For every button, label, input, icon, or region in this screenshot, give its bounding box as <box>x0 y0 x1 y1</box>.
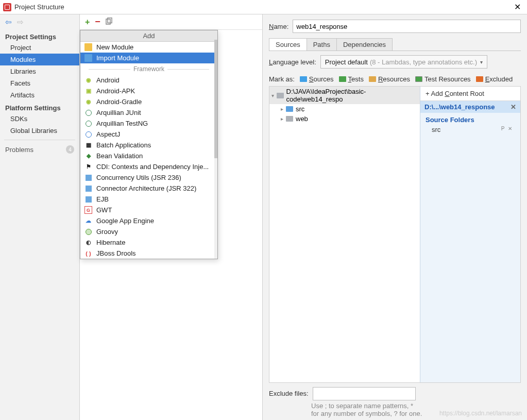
popup-item-android[interactable]: ◉Android <box>80 75 217 86</box>
android-icon: ◉ <box>84 98 92 106</box>
sidebar-item-libraries[interactable]: Libraries <box>0 65 79 77</box>
popup-title: Add <box>80 30 217 42</box>
sidebar-item-problems[interactable]: Problems 4 <box>0 143 79 156</box>
close-icon[interactable]: ✕ <box>511 2 524 12</box>
sidebar-item-facets[interactable]: Facets <box>0 77 79 89</box>
popup-item-arquillian-junit[interactable]: Arquillian JUnit <box>80 107 217 118</box>
import-icon <box>84 54 92 62</box>
popup-item-cdi[interactable]: ⚑CDI: Contexts and Dependency Inje... <box>80 161 217 172</box>
popup-item-batch[interactable]: ▦Batch Applications <box>80 140 217 150</box>
nav-arrows: ⇦ ⇨ <box>0 14 79 30</box>
copy-icon[interactable] <box>106 18 113 26</box>
language-level-hint: (8 - Lambdas, type annotations etc.) <box>370 58 477 66</box>
folder-icon <box>415 76 422 82</box>
popup-item-bean-validation[interactable]: ◆Bean Validation <box>80 150 217 161</box>
sidebar-item-sdks[interactable]: SDKs <box>0 113 79 125</box>
popup-item-android-apk[interactable]: ▣Android-APK <box>80 86 217 96</box>
popup-scroll-thumb[interactable] <box>214 40 217 158</box>
tab-paths[interactable]: Paths <box>307 38 337 51</box>
name-label: Name: <box>269 23 288 30</box>
platform-settings-header: Platform Settings <box>0 101 79 113</box>
gae-icon: ☁ <box>84 217 92 225</box>
mark-resources[interactable]: Resources <box>369 75 410 83</box>
exclude-hint: Use ; to separate name patterns, * for a… <box>269 400 521 418</box>
sidebar-item-artifacts[interactable]: Artifacts <box>0 89 79 101</box>
tree-item-web[interactable]: ▸ web <box>269 114 420 124</box>
main: ⇦ ⇨ Project Settings Project Modules Lib… <box>0 14 527 420</box>
module-toolbar: + − <box>80 14 262 30</box>
popup-item-groovy[interactable]: Groovy <box>80 226 217 237</box>
source-folder-item[interactable]: src P ✕ <box>420 125 520 135</box>
popup-item-connector[interactable]: Connector Architecture (JSR 322) <box>80 183 217 194</box>
close-icon[interactable]: ✕ <box>511 103 516 111</box>
popup-item-new-module[interactable]: New Module <box>80 42 217 53</box>
sidebar-item-modules[interactable]: Modules <box>0 54 79 65</box>
popup-item-ejb[interactable]: EJB <box>80 194 217 205</box>
tree-root-label: D:\JAVA\IdeaProject\basic-code\web14_res… <box>286 88 418 103</box>
sidebar-item-project[interactable]: Project <box>0 42 79 54</box>
jboss-icon: ( ) <box>84 249 92 257</box>
aspectj-icon <box>86 131 92 138</box>
add-icon[interactable]: + <box>85 18 90 27</box>
folder-icon <box>300 76 307 82</box>
svg-rect-0 <box>106 19 110 24</box>
content-root[interactable]: D:\...\web14_response ✕ <box>420 101 520 113</box>
jsr-icon <box>86 175 92 181</box>
sidebar: ⇦ ⇨ Project Settings Project Modules Lib… <box>0 14 80 420</box>
mark-test-resources[interactable]: Test Resources <box>415 75 471 83</box>
mark-tests[interactable]: Tests <box>339 75 364 83</box>
tree-root[interactable]: ▾ D:\JAVA\IdeaProject\basic-code\web14_r… <box>269 87 420 104</box>
popup-item-android-gradle[interactable]: ◉Android-Gradle <box>80 96 217 107</box>
app-icon <box>3 3 11 11</box>
folder-icon <box>286 116 293 122</box>
ejb-icon <box>86 196 92 203</box>
popup-item-gae[interactable]: ☁Google App Engine <box>80 215 217 226</box>
bean-icon: ◆ <box>84 152 92 160</box>
chevron-right-icon[interactable]: ▸ <box>281 116 283 122</box>
popup-item-label: New Module <box>96 43 133 51</box>
popup-item-arquillian-testng[interactable]: Arquillian TestNG <box>80 118 217 129</box>
chevron-right-icon[interactable]: ▸ <box>281 106 283 112</box>
divider <box>4 140 75 140</box>
android-icon: ◉ <box>84 76 92 84</box>
folder-tree[interactable]: ▾ D:\JAVA\IdeaProject\basic-code\web14_r… <box>269 87 420 382</box>
project-settings-header: Project Settings <box>0 30 79 42</box>
back-arrow-icon[interactable]: ⇦ <box>5 18 12 27</box>
problems-count-badge: 4 <box>66 145 74 154</box>
add-content-root-button[interactable]: + Add Content Root <box>420 87 520 101</box>
name-input[interactable] <box>293 20 521 33</box>
module-editor: Name: Sources Paths Dependencies Languag… <box>263 14 527 420</box>
popup-item-label: Import Module <box>96 54 139 62</box>
source-folder-label: src <box>432 126 440 133</box>
mark-sources[interactable]: Sources <box>300 75 334 83</box>
sidebar-item-global-libraries[interactable]: Global Libraries <box>0 125 79 137</box>
popup-item-jboss[interactable]: ( )JBoss Drools <box>80 248 217 259</box>
android-icon: ▣ <box>84 87 92 95</box>
hibernate-icon: ◐ <box>84 239 92 246</box>
jsr-icon <box>86 186 92 192</box>
circle-icon <box>86 110 92 116</box>
chevron-down-icon: ▾ <box>480 59 483 65</box>
language-level-value: Project default <box>325 58 368 66</box>
folder-icon <box>339 76 346 82</box>
remove-icon[interactable]: − <box>95 16 100 27</box>
mark-excluded[interactable]: Excluded <box>476 75 513 83</box>
window-title: Project Structure <box>14 3 511 11</box>
popup-item-hibernate[interactable]: ◐Hibernate <box>80 237 217 248</box>
popup-item-concurrency[interactable]: Concurrency Utils (JSR 236) <box>80 172 217 183</box>
module-list-panel: + − Add New Module Import Module Framewo… <box>80 14 263 420</box>
tabs: Sources Paths Dependencies <box>269 38 521 51</box>
groovy-icon <box>86 229 92 235</box>
language-level-dropdown[interactable]: Project default (8 - Lambdas, type annot… <box>320 55 487 69</box>
popup-item-import-module[interactable]: Import Module <box>80 53 217 63</box>
tab-dependencies[interactable]: Dependencies <box>336 38 393 51</box>
exclude-files-input[interactable] <box>313 387 416 400</box>
tab-sources[interactable]: Sources <box>269 38 307 51</box>
folder-actions[interactable]: P ✕ <box>501 126 513 133</box>
popup-item-aspectj[interactable]: AspectJ <box>80 129 217 140</box>
chevron-down-icon[interactable]: ▾ <box>271 93 274 98</box>
gwt-icon: G <box>84 206 92 214</box>
tree-item-src[interactable]: ▸ src <box>269 104 420 114</box>
folder-icon <box>476 76 483 82</box>
popup-item-gwt[interactable]: GGWT <box>80 205 217 215</box>
